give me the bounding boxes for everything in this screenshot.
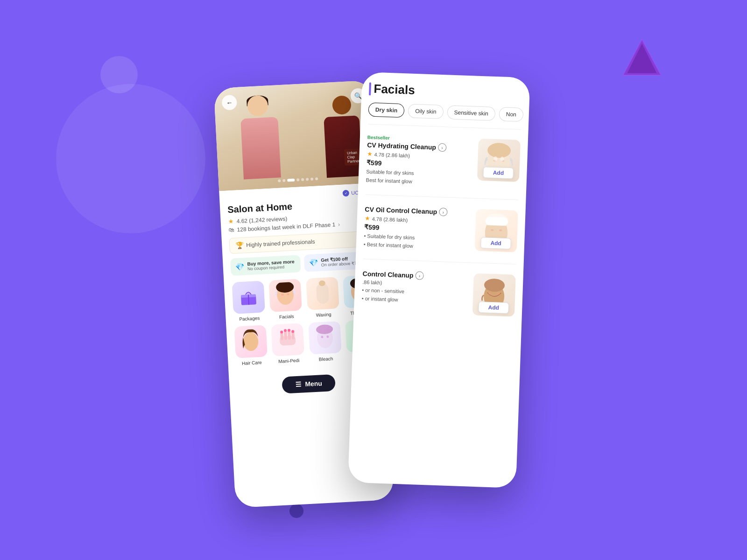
title-bar [369, 82, 371, 95]
cat-img-facials [269, 279, 302, 312]
filter-oily-skin[interactable]: Oily skin [408, 104, 444, 119]
service-1-image: Add [477, 139, 521, 182]
dot-2 [282, 179, 285, 182]
cat-label-bleach: Bleach [319, 356, 333, 362]
cat-label-facials: Facials [279, 314, 294, 320]
svg-point-20 [243, 332, 259, 351]
add-button-3[interactable]: Add [478, 301, 509, 314]
bg-circle-large [56, 84, 205, 233]
hero-section: UrbanClapPartner ← 🔍 [214, 80, 378, 191]
body [240, 117, 281, 179]
service-card-1: Bestseller CV Hydrating Cleanup › ★ 4.78… [366, 129, 521, 195]
cat-label-waxing: Waxing [316, 312, 331, 318]
professionals-left: 🏆 Highly trained professionals [235, 238, 315, 250]
cat-manipedi[interactable]: Mani-Pedi [271, 323, 305, 364]
cat-img-haircare [234, 325, 267, 358]
offers-row: 💎 Buy more, save more No coupon required… [230, 251, 375, 276]
menu-icon: ☰ [295, 381, 302, 389]
service-3-image: Add [472, 273, 516, 317]
bg-circle-small [100, 56, 138, 93]
cat-label-packages: Packages [239, 315, 260, 322]
service-2-features: • Suitable for dry skins • Best for inst… [364, 232, 470, 252]
dot-8 [315, 177, 318, 180]
info-circle-3[interactable]: › [415, 272, 424, 280]
bg-circle-bottom-2 [289, 504, 303, 518]
professionals-text: Highly trained professionals [246, 238, 315, 249]
cat-packages[interactable]: Packages [232, 280, 266, 322]
service-1-info: Bestseller CV Hydrating Cleanup › ★ 4.78… [366, 134, 473, 188]
professionals-banner[interactable]: 🏆 Highly trained professionals › [229, 231, 374, 254]
star-icon: ★ [228, 218, 234, 225]
service-2-image: Add [475, 209, 518, 252]
dot-5 [301, 178, 304, 181]
trophy-icon: 🏆 [235, 242, 244, 250]
info-circle-2[interactable]: › [439, 208, 448, 217]
service-2-info: CV Oil Control Cleanup › ★ 4.78 (2.86 la… [364, 205, 471, 252]
info-circle-1[interactable]: › [438, 143, 447, 152]
facials-title: Facials [374, 82, 415, 98]
divider-2 [366, 195, 519, 200]
phones-container: UrbanClapPartner ← 🔍 ✓ UC Safe Salon at … [224, 75, 523, 495]
svg-rect-47 [486, 217, 508, 226]
cat-waxing[interactable]: Waxing [305, 277, 340, 318]
service-3-info: Control Cleanup › .86 lakh) • or non - s… [362, 270, 468, 307]
svg-rect-14 [316, 283, 329, 304]
phone2-body: Facials Dry skin Oily skin Sensitive ski… [348, 72, 530, 488]
dot-6 [306, 178, 309, 181]
cat-img-packages [232, 280, 265, 314]
offer-1-texts: Buy more, save more No coupon required [247, 259, 295, 271]
divider-3 [363, 259, 516, 265]
divider-1 [368, 124, 521, 129]
cat-facials[interactable]: Facials [268, 279, 303, 320]
filter-sensitive-skin[interactable]: Sensitive skin [447, 105, 495, 121]
star-icon-1: ★ [366, 150, 373, 157]
hero-person-client [233, 94, 289, 190]
cat-img-manipedi [271, 323, 304, 356]
menu-label: Menu [305, 379, 322, 388]
filter-dry-skin[interactable]: Dry skin [368, 103, 404, 118]
star-icon-2: ★ [365, 215, 371, 222]
triangle-decoration [621, 37, 663, 79]
cat-haircare[interactable]: Hair Care [234, 325, 268, 366]
head [332, 95, 352, 115]
cat-img-bleach [308, 321, 341, 354]
add-button-2[interactable]: Add [480, 237, 511, 249]
arrow-right: › [338, 221, 340, 228]
menu-button[interactable]: ☰ Menu [282, 374, 336, 394]
bag-icon: 🛍 [228, 227, 234, 234]
cat-label-haircare: Hair Care [242, 360, 262, 366]
service-card-2: CV Oil Control Cleanup › ★ 4.78 (2.86 la… [363, 200, 518, 260]
offer-icon-2: 💎 [309, 258, 318, 267]
offer-card-1[interactable]: 💎 Buy more, save more No coupon required [230, 255, 301, 276]
add-button-1[interactable]: Add [483, 167, 514, 179]
phone-facials: Facials Dry skin Oily skin Sensitive ski… [348, 72, 530, 488]
cat-label-manipedi: Mani-Pedi [278, 358, 300, 364]
offer-icon-1: 💎 [235, 262, 245, 272]
svg-line-5 [248, 294, 249, 305]
cat-bleach[interactable]: Bleach [308, 321, 342, 363]
service-1-features: Suitable for dry skins Best for instant … [366, 168, 472, 188]
service-card-3: Control Cleanup › .86 lakh) • or non - s… [361, 264, 516, 322]
filter-row: Dry skin Oily skin Sensitive skin Non [368, 103, 521, 122]
uc-safe-icon: ✓ [343, 190, 350, 197]
dot-7 [310, 178, 313, 181]
service-3-features: • or non - sensitive • or instant glow [362, 287, 468, 307]
dot-1 [278, 179, 281, 182]
cat-img-waxing [306, 277, 339, 310]
facials-title-row: Facials [369, 82, 522, 101]
rating-text: 4.62 (1,242 reviews) [236, 215, 287, 224]
dot-4 [296, 178, 299, 181]
dot-3 [287, 179, 295, 182]
body [324, 115, 362, 178]
filter-non[interactable]: Non [499, 107, 523, 122]
